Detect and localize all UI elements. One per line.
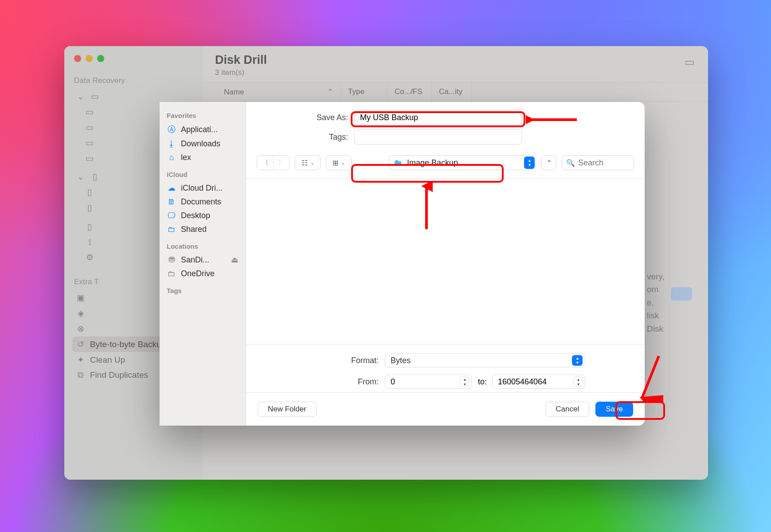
sidebar-item-downloads[interactable]: ⭳Downloads <box>164 137 241 151</box>
column-name[interactable]: Name ⌃ <box>217 83 341 101</box>
help-book-icon[interactable]: ▭ <box>685 56 695 68</box>
format-select[interactable]: Bytes ▴▾ <box>385 353 584 368</box>
sidebar-item-applications[interactable]: ⒶApplicati... <box>164 122 241 137</box>
volume-icon: ▭ <box>85 107 94 117</box>
downloads-icon: ⭳ <box>167 139 176 149</box>
picture-icon: ▣ <box>76 293 86 303</box>
column-label: Type <box>348 87 364 96</box>
column-cofs[interactable]: Co.../FS <box>387 83 432 101</box>
nav-forward-button[interactable]: 〉 <box>273 156 289 170</box>
sidebar-item-label: iCloud Dri... <box>181 184 223 193</box>
sidebar-item-label: Downloads <box>181 139 220 149</box>
sidebar-item-label: Applicati... <box>181 125 218 134</box>
folder-picker[interactable]: 🖿 Image Backup ▴▾ <box>389 155 536 170</box>
disc-x-icon: ⊗ <box>76 324 86 334</box>
step-up-icon: ▴ <box>461 377 469 382</box>
stepper-control[interactable]: ▴▾ <box>574 376 583 387</box>
apps-icon: Ⓐ <box>167 124 176 135</box>
app-header: Disk Drill 3 item(s) ▭ <box>203 46 708 82</box>
sidebar-item-label: Shared <box>181 225 207 234</box>
folder-icon: 🖿 <box>394 158 403 168</box>
sparkle-icon: ✦ <box>76 355 86 365</box>
folder-picker-stepper-icon: ▴▾ <box>524 156 535 169</box>
window-controls <box>72 53 195 72</box>
sidebar-section-data-recovery: Data Recovery <box>74 76 195 85</box>
sidebar-item-label: OneDrive <box>181 269 215 278</box>
sidebar-item-documents[interactable]: 🗎Documents <box>164 195 241 209</box>
expand-collapse-button[interactable]: ⌃ <box>541 155 556 170</box>
save-as-label: Save As: <box>246 113 348 122</box>
view-mode-button-2[interactable]: ⊞⌄ <box>326 155 352 170</box>
document-icon: ▯ <box>85 203 94 213</box>
volume-icon: ▭ <box>85 122 94 133</box>
to-value: 16005464064 <box>498 377 547 387</box>
sidebar-item-home[interactable]: ⌂lex <box>164 151 241 164</box>
folder-icon: 🗀 <box>167 269 176 278</box>
sidebar-item-label: Byte-to-byte Backup <box>90 340 166 349</box>
from-value: 0 <box>391 377 395 387</box>
from-input[interactable]: 0 ▴▾ <box>385 375 472 389</box>
chevron-down-icon: ⌄ <box>76 91 86 102</box>
search-icon: 🔍 <box>566 159 575 167</box>
sort-indicator-icon: ⌃ <box>327 87 333 97</box>
device-icon: ▯ <box>85 222 94 232</box>
eject-icon[interactable]: ⏏ <box>231 255 239 265</box>
column-type[interactable]: Type <box>341 83 387 101</box>
chevron-down-icon: ⌄ <box>341 160 345 166</box>
view-mode-button-1[interactable]: ☷⌄ <box>295 155 321 170</box>
sidebar-item-shared[interactable]: 🗀Shared <box>164 223 241 236</box>
volume-icon: ▭ <box>85 153 94 164</box>
save-as-input[interactable] <box>354 110 522 125</box>
sidebar-section-icloud: iCloud <box>167 171 239 178</box>
sidebar-item-icloud-drive[interactable]: ☁iCloud Dri... <box>164 181 241 195</box>
folder-name: Image Backup <box>407 158 458 168</box>
sidebar-item-label: Clean Up <box>90 355 125 365</box>
sidebar-item-desktop[interactable]: 🖵Desktop <box>164 209 241 223</box>
chevron-up-icon: ⌃ <box>546 159 552 167</box>
document-icon: 🗎 <box>167 197 176 207</box>
sidebar-section-tags: Tags <box>167 287 239 294</box>
phone-icon: ▯ <box>90 172 100 182</box>
sidebar-item-label: lex <box>181 153 191 162</box>
sidebar-item-onedrive[interactable]: 🗀OneDrive <box>164 267 241 281</box>
step-down-icon: ▾ <box>461 382 469 387</box>
window-zoom-button[interactable] <box>97 55 104 62</box>
save-sheet: Favorites ⒶApplicati... ⭳Downloads ⌂lex … <box>160 102 645 426</box>
column-label: Name <box>224 88 244 97</box>
column-caity[interactable]: Ca...ity <box>432 83 472 101</box>
drive-icon: ▭ <box>90 91 100 102</box>
app-subtitle: 3 item(s) <box>215 68 696 77</box>
new-folder-button[interactable]: New Folder <box>258 402 317 417</box>
nav-back-button[interactable]: 〈 <box>257 156 273 170</box>
column-label: Co.../FS <box>395 87 422 96</box>
tags-input[interactable] <box>354 129 522 145</box>
to-label: to: <box>478 377 486 387</box>
sidebar-item-label: SanDi... <box>181 255 209 265</box>
cancel-button[interactable]: Cancel <box>545 402 589 417</box>
shield-icon: ◈ <box>76 308 86 318</box>
drive-external-icon: ⟟ <box>85 237 94 247</box>
format-block: Format: Bytes ▴▾ From: 0 ▴▾ to: 16005464… <box>246 344 645 392</box>
column-label: Ca...ity <box>439 87 462 96</box>
chevron-down-icon: ⌄ <box>76 172 86 182</box>
window-minimize-button[interactable] <box>86 55 93 62</box>
to-input[interactable]: 16005464064 ▴▾ <box>492 375 585 389</box>
file-browser-area[interactable] <box>246 179 645 344</box>
right-panel-text: very, om e. lisk Disk <box>647 270 687 335</box>
sheet-toolbar: 〈 〉 ☷⌄ ⊞⌄ 🖿 Image Backup ▴▾ ⌃ 🔍 <box>246 153 645 178</box>
sidebar-item-sandisk[interactable]: ⛃SanDi...⏏ <box>164 253 241 267</box>
stepper-control[interactable]: ▴▾ <box>460 376 469 387</box>
chevron-down-icon: ⌄ <box>310 160 314 166</box>
gear-icon: ⚙ <box>85 252 94 262</box>
sidebar-section-locations: Locations <box>167 243 239 250</box>
column-headers: Name ⌃ Type Co.../FS Ca...ity <box>203 82 708 102</box>
save-button[interactable]: Save <box>595 402 633 417</box>
volume-icon: ▭ <box>85 138 94 148</box>
sheet-footer: New Folder Cancel Save <box>246 392 645 426</box>
window-close-button[interactable] <box>74 55 81 62</box>
select-stepper-icon: ▴▾ <box>572 355 583 366</box>
cloud-icon: ☁ <box>167 183 176 193</box>
group-icon: ⊞ <box>333 159 338 167</box>
nav-back-forward: 〈 〉 <box>257 155 290 170</box>
save-as-area: Save As: Tags: <box>246 102 645 153</box>
